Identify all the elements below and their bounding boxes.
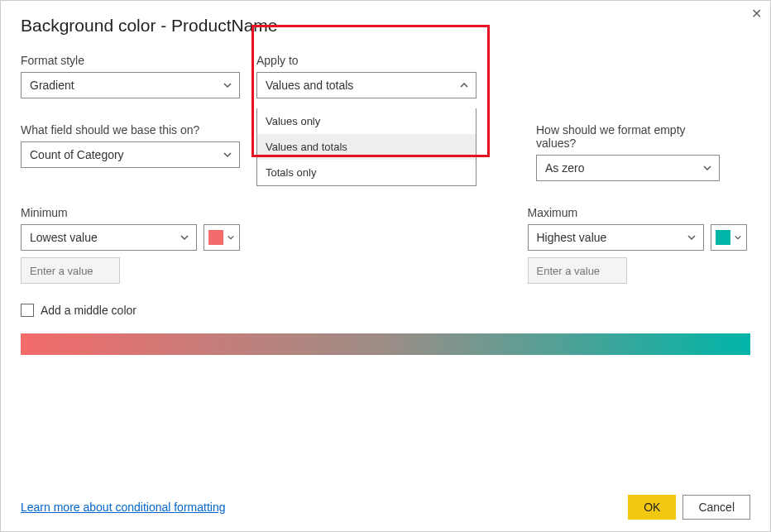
apply-to-dropdown: Values only Values and totals Totals onl… [256,108,476,186]
apply-to-select[interactable]: Values and totals [256,72,476,98]
maximum-color-swatch [716,230,730,245]
apply-to-option-values-and-totals[interactable]: Values and totals [257,134,476,160]
minimum-color-swatch [208,230,223,245]
maximum-value-input[interactable] [528,257,627,284]
chevron-down-icon [687,232,697,242]
minimum-color-picker[interactable] [204,224,240,251]
empty-values-value: As zero [545,161,584,175]
chevron-up-icon [459,80,469,90]
format-style-label: Format style [21,54,240,67]
base-field-select[interactable]: Count of Category [21,141,240,168]
close-icon[interactable]: ✕ [751,6,762,22]
apply-to-label: Apply to [256,54,488,67]
chevron-down-icon [180,232,189,242]
chevron-down-icon [223,80,232,90]
base-field-value: Count of Category [30,148,124,161]
minimum-value: Lowest value [30,231,98,244]
format-style-select[interactable]: Gradient [21,72,240,98]
add-middle-color-checkbox[interactable] [21,304,34,317]
base-field-label: What field should we base this on? [21,123,240,137]
empty-values-select[interactable]: As zero [536,155,720,181]
maximum-color-picker[interactable] [711,224,747,251]
cancel-button[interactable]: Cancel [682,495,750,520]
apply-to-option-totals-only[interactable]: Totals only [257,160,476,185]
minimum-select[interactable]: Lowest value [21,224,197,251]
apply-to-option-values-only[interactable]: Values only [257,108,476,134]
dialog-title: Background color - ProductName [21,16,750,36]
chevron-down-icon [227,233,235,242]
chevron-down-icon [734,233,742,242]
chevron-down-icon [702,163,712,173]
minimum-value-input[interactable] [21,257,120,284]
apply-to-value: Values and totals [266,79,353,92]
empty-values-label: How should we format empty values? [536,123,720,150]
learn-more-link[interactable]: Learn more about conditional formatting [21,501,225,514]
ok-button[interactable]: OK [628,495,676,520]
gradient-preview [21,333,750,355]
maximum-label: Maximum [528,206,751,219]
minimum-label: Minimum [21,206,240,219]
maximum-select[interactable]: Highest value [528,224,704,251]
chevron-down-icon [223,150,232,160]
format-style-value: Gradient [30,79,74,92]
add-middle-color-label: Add a middle color [41,304,136,317]
maximum-value: Highest value [537,231,607,244]
